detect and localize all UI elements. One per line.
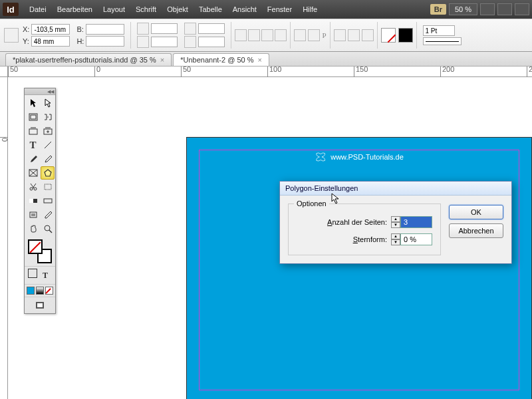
reference-point-icon[interactable] (4, 28, 19, 43)
screen-mode-icon[interactable] (480, 3, 495, 15)
stroke-swatch[interactable] (398, 28, 413, 43)
scale-y-icon[interactable] (137, 36, 149, 48)
free-transform-tool[interactable] (41, 180, 55, 194)
menu-bearbeiten[interactable]: Bearbeiten (52, 3, 98, 16)
scale-y-input[interactable] (151, 37, 178, 47)
panel-grip[interactable]: ◀◀ (25, 88, 55, 95)
close-icon[interactable]: × (160, 56, 164, 64)
scale-x-icon[interactable] (137, 23, 149, 35)
tab-plakat[interactable]: *plakat-usertreffen-psdtutorials.indd @ … (5, 53, 172, 66)
apply-text-icon[interactable]: T (39, 269, 53, 282)
gap-tool[interactable] (41, 110, 55, 124)
w-input[interactable] (86, 24, 124, 35)
corner-icon[interactable] (362, 29, 374, 41)
page-tool[interactable] (26, 110, 40, 124)
effects-icon[interactable] (334, 29, 346, 41)
rotate-cw-icon[interactable] (248, 29, 260, 41)
eyedropper-tool[interactable] (41, 208, 55, 221)
line-tool[interactable] (41, 138, 55, 152)
fill-stroke-proxy[interactable] (27, 239, 53, 263)
ok-button[interactable]: OK (449, 205, 503, 219)
flip-h-icon[interactable] (261, 29, 273, 41)
pencil-tool[interactable] (41, 152, 55, 166)
shear-icon[interactable] (184, 36, 196, 48)
type-tool[interactable]: T (26, 138, 40, 152)
content-placer-tool[interactable] (41, 124, 55, 138)
svg-rect-2 (29, 129, 37, 134)
select-container-icon[interactable] (294, 29, 306, 41)
paragraph-icon[interactable]: P (322, 31, 326, 39)
sides-down-button[interactable]: ▼ (391, 222, 400, 228)
shear-input[interactable] (198, 37, 225, 47)
app-icon: Id (3, 3, 19, 16)
stroke-weight-input[interactable] (423, 25, 455, 36)
scissors-tool[interactable] (26, 180, 40, 194)
stroke-style-dropdown[interactable] (423, 37, 462, 45)
rotate-ccw-icon[interactable] (235, 29, 247, 41)
rotate-icon[interactable] (184, 23, 196, 35)
cancel-button[interactable]: Abbrechen (449, 223, 503, 238)
view-options-icon[interactable] (497, 3, 512, 15)
apply-container-icon[interactable] (28, 269, 37, 278)
menu-layout[interactable]: Layout (98, 3, 130, 16)
selection-tool[interactable] (26, 96, 40, 110)
menu-schrift[interactable]: Schrift (130, 3, 162, 16)
star-up-button[interactable]: ▲ (391, 233, 400, 239)
rotate-input[interactable] (198, 23, 225, 34)
menu-fenster[interactable]: Fenster (262, 3, 297, 16)
y-input[interactable] (31, 36, 70, 47)
zoom-tool[interactable] (41, 222, 55, 235)
bridge-button[interactable]: Br (430, 4, 446, 15)
fill-swatch[interactable] (381, 28, 396, 43)
apply-gradient-swatch[interactable] (36, 287, 44, 295)
ruler-vertical[interactable]: 0 (0, 77, 8, 399)
apply-none-swatch[interactable] (45, 287, 53, 295)
svg-rect-21 (37, 303, 43, 307)
x-label: X: (23, 25, 29, 33)
hand-tool[interactable] (26, 222, 40, 235)
menu-datei[interactable]: Datei (24, 3, 52, 16)
page[interactable]: www.PSD-Tutorials.de (186, 137, 532, 399)
direct-selection-tool[interactable] (41, 96, 55, 110)
select-content-icon[interactable] (308, 29, 320, 41)
sides-input[interactable] (400, 216, 432, 228)
arrange-icon[interactable] (515, 3, 529, 15)
scale-x-input[interactable] (151, 23, 178, 34)
tab-label: *Unbenannt-2 @ 50 % (180, 56, 253, 64)
ruler-origin[interactable] (0, 66, 8, 77)
view-mode-icon[interactable] (33, 299, 47, 312)
menu-tabelle[interactable]: Tabelle (194, 3, 227, 16)
star-down-button[interactable]: ▼ (391, 239, 400, 245)
ruler-tick: 250 (527, 66, 532, 77)
menu-hilfe[interactable]: Hilfe (297, 3, 323, 16)
zoom-level[interactable]: 50 % (449, 3, 477, 15)
ruler-tick: 50 (181, 66, 191, 77)
url-text: www.PSD-Tutorials.de (331, 153, 404, 161)
rectangle-frame-tool[interactable] (26, 166, 40, 180)
menu-objekt[interactable]: Objekt (162, 3, 194, 16)
gradient-feather-tool[interactable] (41, 194, 55, 207)
star-input[interactable] (400, 233, 432, 245)
menu-ansicht[interactable]: Ansicht (227, 3, 262, 16)
apply-color-swatch[interactable] (27, 287, 35, 295)
x-input[interactable] (31, 24, 70, 35)
content-collector-tool[interactable] (26, 124, 40, 138)
menubar: Id Datei Bearbeiten Layout Schrift Objek… (0, 0, 532, 19)
h-input[interactable] (86, 36, 124, 47)
fill-proxy[interactable] (28, 239, 43, 254)
sides-label: Anzahl der Seiten: (327, 218, 387, 226)
tab-unbenannt[interactable]: *Unbenannt-2 @ 50 %× (173, 53, 269, 66)
svg-point-9 (30, 188, 33, 190)
ruler-horizontal[interactable]: 50 0 50 100 150 200 250 (8, 66, 532, 77)
wrap-icon[interactable] (348, 29, 360, 41)
h-label: H: (76, 37, 84, 45)
pen-tool[interactable] (26, 152, 40, 166)
sides-up-button[interactable]: ▲ (391, 216, 400, 222)
polygon-tool[interactable] (41, 166, 55, 180)
butterfly-icon (315, 151, 327, 163)
gradient-swatch-tool[interactable] (26, 194, 40, 207)
close-icon[interactable]: × (258, 56, 262, 64)
flip-v-icon[interactable] (275, 29, 287, 41)
dialog-title: Polygon-Einstellungen (280, 182, 511, 196)
note-tool[interactable] (26, 208, 40, 221)
